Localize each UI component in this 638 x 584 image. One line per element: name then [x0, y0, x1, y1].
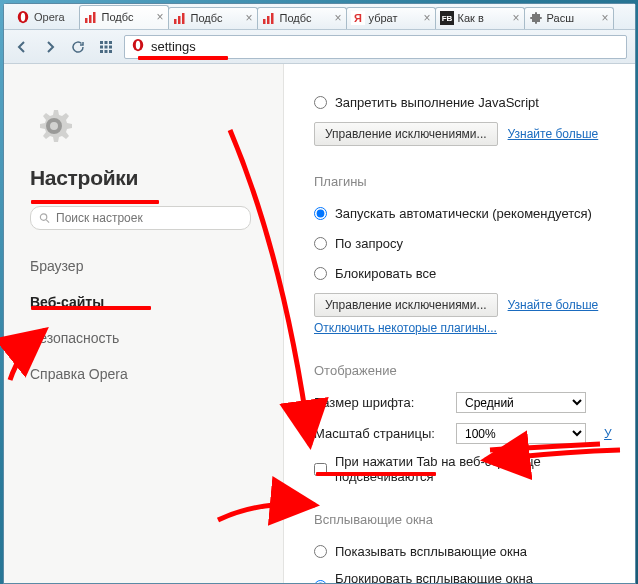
- tab[interactable]: Подбс×: [257, 7, 347, 29]
- browser-window: Opera Подбс× Подбс× Подбс× Яубрат× FBКак…: [3, 3, 636, 584]
- gear-icon: [30, 102, 78, 150]
- search-input[interactable]: [56, 211, 242, 225]
- sidebar-title: Настройки: [30, 166, 251, 190]
- tab[interactable]: Яубрат×: [346, 7, 436, 29]
- address-bar[interactable]: settings: [124, 35, 627, 59]
- radio-popups-show[interactable]: [314, 545, 327, 558]
- link-plugins-learn[interactable]: Узнайте больше: [508, 298, 599, 312]
- link-zoom-learn[interactable]: У: [604, 427, 612, 441]
- btn-js-exceptions[interactable]: Управление исключениями...: [314, 122, 498, 146]
- plugins-title: Плагины: [314, 174, 635, 189]
- yandex-icon: Я: [351, 11, 365, 25]
- section-popups: Всплывающие окна Показывать всплывающие …: [314, 512, 635, 583]
- svg-line-27: [46, 220, 49, 223]
- radio-plugins-block[interactable]: [314, 267, 327, 280]
- address-text: settings: [151, 39, 196, 54]
- sidebar-item-websites[interactable]: Веб-сайты: [30, 284, 251, 320]
- svg-text:Я: Я: [354, 12, 362, 24]
- speed-dial-button[interactable]: [96, 37, 116, 57]
- bars-icon: [262, 11, 276, 25]
- label-plugins-block: Блокировать все: [335, 266, 436, 281]
- opera-label: Opera: [34, 11, 65, 23]
- tab[interactable]: FBКак в×: [435, 7, 525, 29]
- section-display: Отображение Размер шрифта: Средний Масшт…: [314, 363, 635, 484]
- settings-sidebar: Настройки Браузер Веб-сайты Безопасность…: [4, 64, 284, 583]
- tab-label: Подбс: [280, 12, 312, 24]
- svg-rect-22: [105, 50, 108, 53]
- tab[interactable]: Расш×: [524, 7, 614, 29]
- svg-rect-19: [105, 45, 108, 48]
- btn-plugins-exceptions[interactable]: Управление исключениями...: [314, 293, 498, 317]
- svg-rect-20: [109, 45, 112, 48]
- display-title: Отображение: [314, 363, 635, 378]
- zoom-select[interactable]: 100%: [456, 423, 586, 444]
- tab-label: Подбс: [102, 11, 134, 23]
- close-icon[interactable]: ×: [157, 11, 164, 23]
- fontsize-select[interactable]: Средний: [456, 392, 586, 413]
- label-plugins-demand: По запросу: [335, 236, 403, 251]
- close-icon[interactable]: ×: [424, 12, 431, 24]
- svg-rect-9: [267, 16, 270, 24]
- link-plugins-disable[interactable]: Отключить некоторые плагины...: [314, 321, 497, 335]
- svg-rect-17: [109, 41, 112, 44]
- settings-main: Запретить выполнение JavaScript Управлен…: [284, 64, 635, 583]
- reload-button[interactable]: [68, 37, 88, 57]
- label-plugins-auto: Запускать автоматически (рекомендуется): [335, 206, 592, 221]
- svg-text:FB: FB: [441, 14, 452, 23]
- sidebar-item-browser[interactable]: Браузер: [30, 248, 251, 284]
- tab-label: Расш: [547, 12, 574, 24]
- svg-point-26: [40, 214, 46, 220]
- svg-rect-4: [93, 12, 96, 23]
- zoom-label: Масштаб страницы:: [314, 426, 444, 441]
- search-icon: [39, 212, 50, 224]
- sidebar-item-help[interactable]: Справка Opera: [30, 356, 251, 392]
- link-js-learn[interactable]: Узнайте больше: [508, 127, 599, 141]
- fontsize-label: Размер шрифта:: [314, 395, 444, 410]
- section-plugins: Плагины Запускать автоматически (рекомен…: [314, 174, 635, 335]
- svg-rect-7: [182, 13, 185, 24]
- radio-plugins-demand[interactable]: [314, 237, 327, 250]
- puzzle-icon: [529, 11, 543, 25]
- svg-rect-15: [100, 41, 103, 44]
- tab-label: Подбс: [191, 12, 223, 24]
- svg-rect-5: [174, 19, 177, 24]
- label-popups-block: Блокировать всплывающие окна (рекомендуе…: [335, 571, 635, 583]
- tab-strip: Подбс× Подбс× Подбс× Яубрат× FBКак в× Ра…: [79, 5, 613, 29]
- svg-rect-3: [89, 15, 92, 23]
- svg-rect-21: [100, 50, 103, 53]
- close-icon[interactable]: ×: [335, 12, 342, 24]
- sidebar-item-security[interactable]: Безопасность: [30, 320, 251, 356]
- fb-icon: FB: [440, 11, 454, 25]
- tab[interactable]: Подбс×: [79, 5, 169, 29]
- bars-icon: [173, 11, 187, 25]
- radio-plugins-auto[interactable]: [314, 207, 327, 220]
- svg-rect-2: [85, 18, 88, 23]
- radio-js-deny[interactable]: [314, 96, 327, 109]
- toolbar: settings: [4, 30, 635, 64]
- content: Настройки Браузер Веб-сайты Безопасность…: [4, 64, 635, 583]
- back-button[interactable]: [12, 37, 32, 57]
- label-js-deny: Запретить выполнение JavaScript: [335, 95, 539, 110]
- popups-title: Всплывающие окна: [314, 512, 635, 527]
- opera-icon: [131, 38, 145, 56]
- svg-point-25: [136, 40, 140, 49]
- svg-rect-6: [178, 16, 181, 24]
- svg-rect-10: [271, 13, 274, 24]
- tab-label: Как в: [458, 12, 484, 24]
- opera-menu-button[interactable]: Opera: [8, 8, 73, 26]
- tab[interactable]: Подбс×: [168, 7, 258, 29]
- section-js: Запретить выполнение JavaScript Управлен…: [314, 92, 635, 146]
- close-icon[interactable]: ×: [513, 12, 520, 24]
- svg-rect-8: [263, 19, 266, 24]
- sidebar-search[interactable]: [30, 206, 251, 230]
- radio-popups-block[interactable]: [314, 580, 327, 584]
- close-icon[interactable]: ×: [602, 12, 609, 24]
- svg-rect-18: [100, 45, 103, 48]
- bars-icon: [84, 10, 98, 24]
- svg-rect-16: [105, 41, 108, 44]
- label-popups-show: Показывать всплывающие окна: [335, 544, 527, 559]
- close-icon[interactable]: ×: [246, 12, 253, 24]
- forward-button[interactable]: [40, 37, 60, 57]
- checkbox-tab-highlight[interactable]: [314, 463, 327, 476]
- svg-rect-23: [109, 50, 112, 53]
